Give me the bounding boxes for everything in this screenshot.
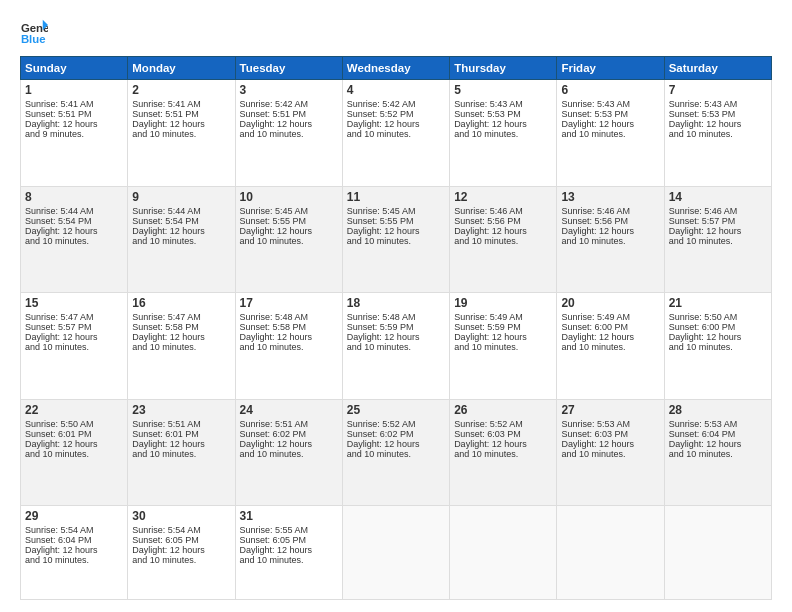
day-info-line: Daylight: 12 hours bbox=[561, 226, 659, 236]
day-info-line: and 10 minutes. bbox=[669, 236, 767, 246]
day-info-line: Sunset: 5:57 PM bbox=[669, 216, 767, 226]
day-info-line: Sunrise: 5:42 AM bbox=[347, 99, 445, 109]
day-info-line: Sunset: 6:00 PM bbox=[561, 322, 659, 332]
calendar-week-1: 1Sunrise: 5:41 AMSunset: 5:51 PMDaylight… bbox=[21, 80, 772, 187]
day-number: 27 bbox=[561, 403, 659, 417]
header-day-wednesday: Wednesday bbox=[342, 57, 449, 80]
day-info-line: Sunset: 5:58 PM bbox=[240, 322, 338, 332]
day-info-line: Daylight: 12 hours bbox=[132, 332, 230, 342]
header-row: SundayMondayTuesdayWednesdayThursdayFrid… bbox=[21, 57, 772, 80]
day-info-line: Daylight: 12 hours bbox=[240, 545, 338, 555]
calendar-cell: 26Sunrise: 5:52 AMSunset: 6:03 PMDayligh… bbox=[450, 399, 557, 506]
day-number: 14 bbox=[669, 190, 767, 204]
day-info-line: Sunrise: 5:47 AM bbox=[25, 312, 123, 322]
day-info-line: Sunset: 5:53 PM bbox=[669, 109, 767, 119]
calendar-cell: 28Sunrise: 5:53 AMSunset: 6:04 PMDayligh… bbox=[664, 399, 771, 506]
day-number: 25 bbox=[347, 403, 445, 417]
day-info-line: Daylight: 12 hours bbox=[669, 119, 767, 129]
calendar-cell: 10Sunrise: 5:45 AMSunset: 5:55 PMDayligh… bbox=[235, 186, 342, 293]
day-info-line: Daylight: 12 hours bbox=[347, 439, 445, 449]
day-info-line: Sunrise: 5:46 AM bbox=[669, 206, 767, 216]
day-info-line: Sunrise: 5:43 AM bbox=[561, 99, 659, 109]
day-info-line: Sunset: 6:04 PM bbox=[669, 429, 767, 439]
day-info-line: and 10 minutes. bbox=[240, 342, 338, 352]
day-number: 23 bbox=[132, 403, 230, 417]
day-info-line: Daylight: 12 hours bbox=[25, 439, 123, 449]
day-info-line: and 10 minutes. bbox=[561, 129, 659, 139]
day-info-line: and 10 minutes. bbox=[25, 555, 123, 565]
calendar-cell: 23Sunrise: 5:51 AMSunset: 6:01 PMDayligh… bbox=[128, 399, 235, 506]
day-info-line: and 10 minutes. bbox=[561, 236, 659, 246]
day-info-line: Sunset: 5:59 PM bbox=[454, 322, 552, 332]
calendar-cell: 7Sunrise: 5:43 AMSunset: 5:53 PMDaylight… bbox=[664, 80, 771, 187]
day-number: 22 bbox=[25, 403, 123, 417]
header-day-monday: Monday bbox=[128, 57, 235, 80]
day-number: 20 bbox=[561, 296, 659, 310]
day-info-line: Daylight: 12 hours bbox=[454, 119, 552, 129]
day-info-line: Sunset: 6:00 PM bbox=[669, 322, 767, 332]
day-info-line: Sunset: 6:01 PM bbox=[132, 429, 230, 439]
day-info-line: Sunrise: 5:47 AM bbox=[132, 312, 230, 322]
day-info-line: Sunrise: 5:49 AM bbox=[454, 312, 552, 322]
header-day-friday: Friday bbox=[557, 57, 664, 80]
day-info-line: Daylight: 12 hours bbox=[669, 226, 767, 236]
calendar-cell: 17Sunrise: 5:48 AMSunset: 5:58 PMDayligh… bbox=[235, 293, 342, 400]
day-info-line: Daylight: 12 hours bbox=[240, 439, 338, 449]
day-info-line: and 10 minutes. bbox=[561, 449, 659, 459]
day-info-line: Sunrise: 5:50 AM bbox=[25, 419, 123, 429]
day-info-line: Sunset: 6:05 PM bbox=[132, 535, 230, 545]
calendar-cell: 20Sunrise: 5:49 AMSunset: 6:00 PMDayligh… bbox=[557, 293, 664, 400]
day-info-line: Sunrise: 5:50 AM bbox=[669, 312, 767, 322]
day-info-line: Sunset: 5:51 PM bbox=[25, 109, 123, 119]
day-info-line: Sunset: 6:01 PM bbox=[25, 429, 123, 439]
day-number: 21 bbox=[669, 296, 767, 310]
calendar-week-3: 15Sunrise: 5:47 AMSunset: 5:57 PMDayligh… bbox=[21, 293, 772, 400]
day-info-line: Sunrise: 5:41 AM bbox=[25, 99, 123, 109]
header-day-tuesday: Tuesday bbox=[235, 57, 342, 80]
day-info-line: and 10 minutes. bbox=[240, 236, 338, 246]
day-number: 19 bbox=[454, 296, 552, 310]
day-info-line: Daylight: 12 hours bbox=[25, 545, 123, 555]
day-info-line: Sunrise: 5:49 AM bbox=[561, 312, 659, 322]
day-info-line: and 10 minutes. bbox=[240, 555, 338, 565]
day-info-line: and 10 minutes. bbox=[347, 236, 445, 246]
day-info-line: Sunset: 5:51 PM bbox=[132, 109, 230, 119]
day-info-line: Sunset: 5:55 PM bbox=[347, 216, 445, 226]
day-info-line: Sunset: 5:58 PM bbox=[132, 322, 230, 332]
header: General Blue bbox=[20, 18, 772, 46]
calendar-cell: 27Sunrise: 5:53 AMSunset: 6:03 PMDayligh… bbox=[557, 399, 664, 506]
day-info-line: and 10 minutes. bbox=[132, 555, 230, 565]
day-info-line: Sunrise: 5:53 AM bbox=[669, 419, 767, 429]
day-info-line: Daylight: 12 hours bbox=[132, 119, 230, 129]
day-number: 8 bbox=[25, 190, 123, 204]
day-info-line: Sunset: 5:51 PM bbox=[240, 109, 338, 119]
day-info-line: Daylight: 12 hours bbox=[669, 439, 767, 449]
day-info-line: Sunrise: 5:43 AM bbox=[454, 99, 552, 109]
day-info-line: and 10 minutes. bbox=[454, 129, 552, 139]
day-info-line: and 10 minutes. bbox=[347, 129, 445, 139]
day-info-line: and 9 minutes. bbox=[25, 129, 123, 139]
day-info-line: and 10 minutes. bbox=[132, 449, 230, 459]
calendar-cell: 8Sunrise: 5:44 AMSunset: 5:54 PMDaylight… bbox=[21, 186, 128, 293]
day-number: 13 bbox=[561, 190, 659, 204]
day-info-line: Sunset: 5:53 PM bbox=[454, 109, 552, 119]
header-day-saturday: Saturday bbox=[664, 57, 771, 80]
day-info-line: Sunset: 6:03 PM bbox=[454, 429, 552, 439]
day-info-line: Sunset: 5:54 PM bbox=[25, 216, 123, 226]
calendar-cell: 21Sunrise: 5:50 AMSunset: 6:00 PMDayligh… bbox=[664, 293, 771, 400]
day-number: 7 bbox=[669, 83, 767, 97]
day-number: 3 bbox=[240, 83, 338, 97]
day-number: 15 bbox=[25, 296, 123, 310]
calendar-cell: 13Sunrise: 5:46 AMSunset: 5:56 PMDayligh… bbox=[557, 186, 664, 293]
day-number: 9 bbox=[132, 190, 230, 204]
header-day-sunday: Sunday bbox=[21, 57, 128, 80]
day-info-line: Sunset: 6:02 PM bbox=[347, 429, 445, 439]
day-info-line: Sunrise: 5:46 AM bbox=[454, 206, 552, 216]
day-info-line: Daylight: 12 hours bbox=[561, 332, 659, 342]
day-number: 17 bbox=[240, 296, 338, 310]
logo-icon: General Blue bbox=[20, 18, 48, 46]
day-info-line: and 10 minutes. bbox=[669, 129, 767, 139]
day-info-line: Sunset: 6:05 PM bbox=[240, 535, 338, 545]
day-info-line: and 10 minutes. bbox=[347, 449, 445, 459]
day-info-line: Daylight: 12 hours bbox=[454, 439, 552, 449]
